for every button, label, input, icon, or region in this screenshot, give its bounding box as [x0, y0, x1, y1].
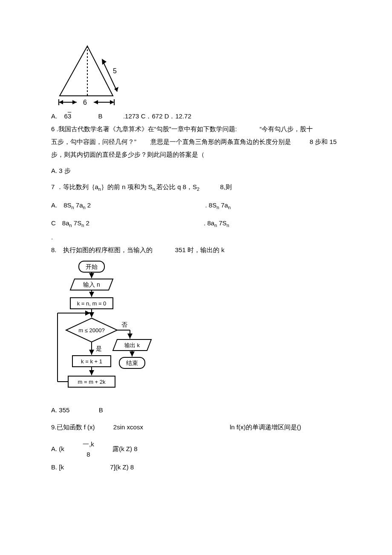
q9-s3: ln f(x)的单调递增区间是()	[230, 423, 301, 431]
opt-a-sqrt: 3	[68, 112, 71, 120]
q7b4: n	[228, 205, 231, 210]
flow-step2: m = m + 2k	[78, 379, 106, 385]
q7b1: . 8S	[205, 201, 217, 209]
opt-rest: .1273 C．672 D．12.72	[123, 112, 191, 120]
q7-row2: C 8an 7Sn 2 . 8an 7Sn	[51, 218, 341, 230]
q9b2: 7](k Z) 8	[110, 463, 134, 471]
svg-marker-0	[60, 46, 113, 96]
q9-s2: 2sin xcosx	[113, 423, 143, 431]
q9-s1: 9.已知函数 f (x)	[51, 423, 95, 431]
opt-b-prefix: B	[98, 112, 103, 120]
q7d3: 7S	[217, 219, 227, 227]
q8-s1: 8. 执行如图的程序框图，当输入的	[51, 246, 153, 253]
flow-end: 结束	[126, 359, 138, 366]
svg-marker-6	[59, 100, 63, 104]
q7a1: A. 8S	[51, 201, 72, 209]
q7a3: 7a	[74, 201, 83, 209]
q7-s3: 若公比 q 8，S	[156, 183, 197, 190]
q6-line2: 五步，勾中容圆，问径几何？” 意思是一个直角三角形的两条直角边的长度分别是 8 …	[51, 137, 341, 147]
q7-opt-a: A. 8Sn 7an 2	[51, 201, 91, 209]
flow-output: 输出 k	[124, 342, 140, 348]
q6-opt-a: A. 3 步	[51, 166, 341, 176]
q9a2: 一,k	[83, 439, 94, 449]
flow-step1: k = k + 1	[81, 358, 102, 365]
q7a5: 2	[86, 201, 91, 209]
q6-l1-tail: “今有勾八步，股十	[259, 125, 313, 132]
q7d4: n	[227, 223, 229, 228]
svg-line-2	[103, 62, 117, 92]
q7-sub3: 2	[197, 187, 199, 192]
q7c1: C 8a	[51, 219, 69, 227]
flow-no: 否	[121, 321, 127, 328]
flow-start: 开始	[86, 263, 98, 270]
q9a1: A. (k	[51, 445, 64, 452]
svg-marker-9	[94, 100, 98, 104]
q7-row1: A. 8Sn 7an 2 . 8Sn 7an	[51, 200, 341, 212]
opt-a-prefix: A.	[51, 112, 57, 120]
q5-options: A. 63 B .1273 C．672 D．12.72	[51, 111, 341, 121]
q8-s2: 351 时，输出的 k	[175, 246, 225, 253]
q9-stem: 9.已知函数 f (x) 2sin xcosx ln f(x)的单调递增区间是(…	[51, 422, 341, 432]
flow-cond: m ≤ 2000?	[78, 327, 104, 334]
q8-options: A. 355 B	[51, 405, 341, 415]
q6-line1: 6 .我国古代数学名著《九章算术》在“勾股”一章中有如下数学问题: “今有勾八步…	[51, 124, 341, 134]
q7-opt-b: . 8Sn 7an	[205, 201, 231, 209]
base-label: 6	[83, 99, 87, 106]
q8-flowchart: 开始 输入 n k = n, m = 0 m ≤ 2000? 否 输出 k 结束…	[51, 258, 341, 403]
q7b3: 7a	[219, 201, 228, 209]
q7c5: 2	[84, 219, 89, 227]
q9a3: 露(k Z) 8	[112, 445, 137, 452]
q7-s2: ｝的前 n 项和为 S	[101, 183, 153, 190]
q9-opt-b: B. [k 7](k Z) 8	[51, 462, 341, 472]
svg-marker-7	[72, 100, 77, 104]
q9b1: B. [k	[51, 463, 64, 471]
q7-sub2: n.	[153, 187, 156, 192]
q7-opt-c: C 8an 7Sn 2	[51, 219, 89, 227]
q5-figure: 5 6	[51, 43, 341, 109]
opt-a-value-pre: 6	[64, 112, 68, 120]
side-label: 5	[113, 67, 117, 75]
flow-yes: 是	[96, 345, 102, 352]
q7d1: . 8a	[204, 219, 214, 227]
q6-l2-mid: 意思是一个直角三角形的两条直角边的长度分别是	[150, 138, 291, 145]
flow-init: k = n, m = 0	[77, 300, 107, 307]
q9a-denom: 8	[83, 449, 94, 460]
q8-opt-b: B	[99, 406, 103, 414]
q7-stem: 7 ．等比数列｛an｝的前 n 项和为 Sn.若公比 q 8，S2 8,则	[51, 182, 341, 193]
svg-marker-10	[110, 100, 114, 104]
q6-l2-pre: 五步，勾中容圆，问径几何？”	[51, 138, 136, 145]
q7-opt-d: . 8an 7Sn	[204, 219, 229, 227]
q6-l1-pre: 6 .我国古代数学名著《九章算术》在“勾股”一章中有如下数学问题:	[51, 125, 237, 132]
q8-stem: 8. 执行如图的程序框图，当输入的 351 时，输出的 k	[51, 245, 341, 255]
q9-opt-a: A. (k 一,k 8 露(k Z) 8	[51, 439, 341, 460]
q6-l2-tail: 8 步和 15	[310, 138, 337, 145]
q7-cdot: .	[51, 232, 341, 242]
q7-tail: 8,则	[220, 183, 232, 190]
q6-line3: 步，则其内切圆的直径是多少步？则此问题的答案是（	[51, 150, 341, 160]
q8-opt-a: A. 355	[51, 406, 69, 414]
flow-input: 输入 n	[83, 281, 100, 288]
q7c3: 7S	[72, 219, 82, 227]
q7-s1: 7 ．等比数列｛a	[51, 183, 98, 190]
